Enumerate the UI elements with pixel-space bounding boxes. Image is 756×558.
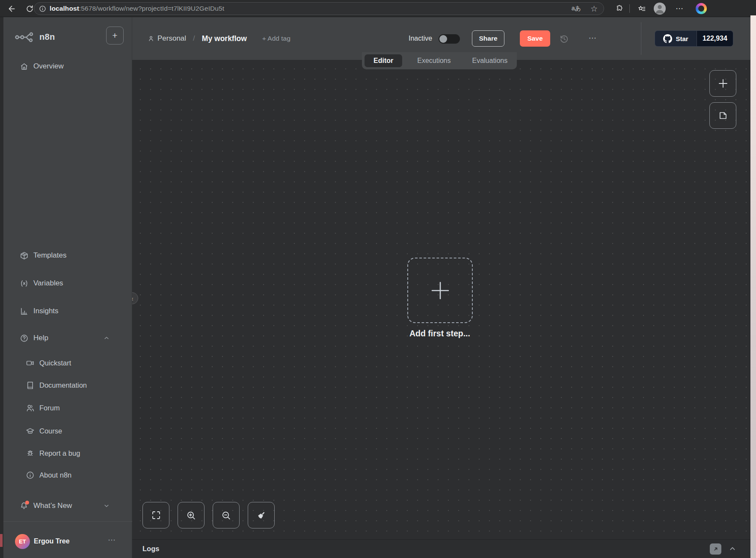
info-circle-icon: [25, 470, 35, 480]
sticky-note-icon: [718, 110, 728, 121]
workflow-name[interactable]: My workflow: [202, 34, 247, 43]
sidebar-item-insights[interactable]: Insights: [3, 303, 132, 320]
background-window-edge: [750, 15, 756, 558]
browser-back-button[interactable]: [4, 1, 19, 16]
users-icon: [25, 403, 35, 413]
variables-icon: [19, 279, 29, 288]
more-horizontal-icon: ⋯: [108, 536, 116, 544]
breadcrumb-separator: /: [193, 34, 195, 43]
collapse-sidebar-button[interactable]: ‹: [132, 292, 138, 304]
github-star-widget[interactable]: Star 122,934: [655, 30, 733, 47]
view-tabs: Editor Executions Evaluations: [362, 52, 517, 69]
fit-view-icon: [151, 510, 161, 520]
logs-popout-button[interactable]: [710, 543, 721, 555]
logs-expand-button[interactable]: [728, 544, 737, 553]
workflow-more-button[interactable]: ⋯: [587, 29, 599, 46]
graduation-cap-icon: [25, 426, 35, 436]
sidebar-item-whats-new[interactable]: What’s New: [3, 497, 132, 514]
logs-panel-header[interactable]: Logs: [132, 539, 756, 558]
canvas-side-actions: [709, 70, 736, 129]
extensions-button[interactable]: [612, 1, 626, 16]
logs-title: Logs: [142, 545, 159, 553]
main-area: Personal / My workflow + Add tag Inactiv…: [132, 17, 756, 558]
add-first-step-button[interactable]: [407, 258, 473, 323]
user-name: Ergou Tree: [34, 537, 70, 545]
address-bar[interactable]: localhost:5678/workflow/new?projectId=t7…: [34, 2, 604, 15]
canvas-controls: [142, 502, 275, 528]
sidebar-divider: [3, 521, 132, 522]
github-logo-icon: [663, 34, 672, 43]
open-in-new-icon: [712, 546, 719, 552]
sidebar-item-overview[interactable]: Overview: [3, 58, 132, 75]
plus-icon: +: [112, 30, 117, 41]
refresh-icon: [26, 5, 34, 13]
tidy-up-button[interactable]: [248, 502, 275, 528]
zoom-in-button[interactable]: [178, 502, 205, 528]
github-star-button[interactable]: Star: [655, 31, 697, 46]
share-button[interactable]: Share: [472, 30, 504, 47]
user-more-button[interactable]: ⋯: [108, 535, 116, 545]
favorite-star-icon[interactable]: ☆: [590, 4, 598, 14]
zoom-out-button[interactable]: [213, 502, 240, 528]
sidebar-item-help[interactable]: Help: [3, 329, 132, 347]
save-button[interactable]: Save: [520, 30, 550, 47]
browser-profile-avatar[interactable]: [654, 3, 666, 15]
puzzle-icon: [615, 5, 623, 13]
url-text: localhost:5678/workflow/new?projectId=t7…: [50, 5, 224, 12]
zoom-to-fit-button[interactable]: [142, 502, 169, 528]
person-silhouette-icon: [654, 3, 666, 15]
copilot-icon[interactable]: [696, 3, 707, 14]
n8n-mark-icon: [15, 31, 35, 42]
history-clock-icon: [559, 34, 569, 44]
add-node-button[interactable]: [709, 70, 736, 97]
avatar: ET: [15, 534, 30, 549]
browser-settings-button[interactable]: ⋯: [673, 1, 687, 16]
user-menu[interactable]: ET Ergou Tree ⋯: [3, 533, 132, 552]
back-arrow-icon: [7, 4, 16, 13]
sidebar-item-course[interactable]: Course: [3, 422, 132, 439]
n8n-logo[interactable]: n8n: [15, 29, 55, 45]
home-icon: [19, 62, 29, 71]
sidebar-item-templates[interactable]: Templates: [3, 247, 132, 264]
zoom-out-icon: [221, 510, 231, 521]
person-icon: [148, 35, 154, 42]
chevron-down-icon[interactable]: [103, 502, 110, 509]
add-first-step-label: Add first step...: [371, 329, 508, 338]
activation-toggle[interactable]: [439, 34, 460, 44]
add-tag-button[interactable]: + Add tag: [262, 35, 291, 42]
add-workflow-button[interactable]: +: [106, 27, 124, 45]
zoom-in-icon: [186, 510, 196, 521]
logo-text: n8n: [39, 32, 55, 42]
github-star-count: 122,934: [697, 31, 733, 46]
workflow-canvas[interactable]: ‹ Add first step...: [132, 60, 756, 539]
bug-icon: [25, 448, 35, 458]
star-list-icon: [637, 4, 646, 13]
sidebar-item-quickstart[interactable]: Quickstart: [3, 354, 132, 371]
tab-editor[interactable]: Editor: [365, 54, 402, 67]
breadcrumb-project[interactable]: Personal: [148, 34, 186, 43]
sidebar-item-documentation[interactable]: Documentation: [3, 377, 132, 394]
site-info-icon[interactable]: [39, 5, 46, 12]
package-icon: [19, 251, 29, 260]
tab-evaluations[interactable]: Evaluations: [463, 54, 516, 67]
history-button[interactable]: [559, 34, 569, 44]
chevron-up-icon[interactable]: [103, 335, 110, 341]
sidebar-item-about-n8n[interactable]: About n8n: [3, 466, 132, 484]
book-icon: [25, 380, 35, 390]
sidebar-item-variables[interactable]: Variables: [3, 275, 132, 292]
plus-icon: [717, 78, 729, 89]
sidebar-item-forum[interactable]: Forum: [3, 399, 132, 416]
sidebar: n8n + Overview Templates Variables Insig…: [3, 17, 132, 558]
header-divider: [641, 22, 641, 55]
translate-icon[interactable]: aあ: [572, 5, 581, 12]
sidebar-item-report-a-bug[interactable]: Report a bug: [3, 445, 132, 462]
favorites-bar-button[interactable]: [634, 1, 649, 16]
more-horizontal-icon: ⋯: [676, 4, 684, 13]
breadcrumb: Personal / My workflow + Add tag: [148, 17, 291, 60]
chevron-up-icon: [728, 544, 737, 553]
tab-executions[interactable]: Executions: [408, 54, 460, 67]
plus-icon: [430, 281, 450, 300]
bar-chart-icon: [19, 306, 29, 316]
add-sticky-note-button[interactable]: [709, 102, 736, 129]
toggle-knob: [439, 35, 447, 43]
